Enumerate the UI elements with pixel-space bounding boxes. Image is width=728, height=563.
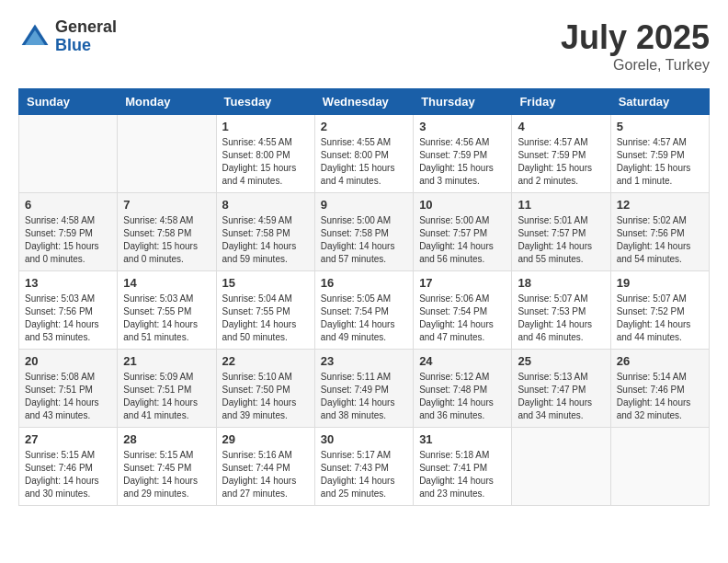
- day-info: Sunrise: 5:13 AM Sunset: 7:47 PM Dayligh…: [518, 371, 604, 422]
- calendar-cell: 26Sunrise: 5:14 AM Sunset: 7:46 PM Dayli…: [610, 350, 709, 428]
- day-number: 30: [321, 432, 407, 446]
- day-info: Sunrise: 5:05 AM Sunset: 7:54 PM Dayligh…: [321, 293, 407, 344]
- calendar-cell: 2Sunrise: 4:55 AM Sunset: 8:00 PM Daylig…: [314, 115, 413, 193]
- day-info: Sunrise: 5:01 AM Sunset: 7:57 PM Dayligh…: [518, 214, 604, 266]
- day-number: 3: [419, 120, 506, 133]
- calendar-cell: 30Sunrise: 5:17 AM Sunset: 7:43 PM Dayli…: [314, 428, 413, 506]
- page-header: General Blue July 2025 Gorele, Turkey: [18, 18, 710, 74]
- day-info: Sunrise: 5:03 AM Sunset: 7:55 PM Dayligh…: [123, 293, 210, 344]
- day-number: 28: [123, 432, 210, 446]
- day-info: Sunrise: 5:11 AM Sunset: 7:49 PM Dayligh…: [321, 371, 407, 422]
- calendar-cell: 13Sunrise: 5:03 AM Sunset: 7:56 PM Dayli…: [19, 271, 118, 350]
- day-number: 22: [222, 354, 309, 368]
- day-number: 12: [617, 198, 703, 212]
- day-info: Sunrise: 5:02 AM Sunset: 7:56 PM Dayligh…: [617, 214, 703, 266]
- calendar-cell: 7Sunrise: 4:58 AM Sunset: 7:58 PM Daylig…: [118, 193, 216, 271]
- day-info: Sunrise: 5:08 AM Sunset: 7:51 PM Dayligh…: [25, 371, 111, 422]
- calendar-week-row: 6Sunrise: 4:58 AM Sunset: 7:59 PM Daylig…: [19, 193, 710, 271]
- calendar-week-row: 27Sunrise: 5:15 AM Sunset: 7:46 PM Dayli…: [19, 428, 710, 506]
- day-info: Sunrise: 4:58 AM Sunset: 7:59 PM Dayligh…: [25, 214, 111, 266]
- day-info: Sunrise: 5:00 AM Sunset: 7:57 PM Dayligh…: [419, 214, 506, 266]
- day-number: 13: [25, 276, 111, 290]
- weekday-header-tuesday: Tuesday: [216, 89, 314, 115]
- weekday-header-wednesday: Wednesday: [314, 89, 413, 115]
- calendar-cell: 17Sunrise: 5:06 AM Sunset: 7:54 PM Dayli…: [414, 271, 512, 350]
- day-number: 11: [518, 198, 604, 212]
- day-info: Sunrise: 4:58 AM Sunset: 7:58 PM Dayligh…: [123, 214, 210, 266]
- calendar-cell: 1Sunrise: 4:55 AM Sunset: 8:00 PM Daylig…: [216, 115, 314, 193]
- day-info: Sunrise: 5:16 AM Sunset: 7:44 PM Dayligh…: [222, 449, 309, 500]
- day-number: 19: [617, 276, 703, 290]
- day-info: Sunrise: 5:06 AM Sunset: 7:54 PM Dayligh…: [419, 293, 506, 344]
- day-number: 27: [25, 432, 111, 446]
- day-info: Sunrise: 5:04 AM Sunset: 7:55 PM Dayligh…: [222, 293, 309, 344]
- calendar-cell: 14Sunrise: 5:03 AM Sunset: 7:55 PM Dayli…: [118, 271, 216, 350]
- weekday-header-monday: Monday: [118, 89, 216, 115]
- day-info: Sunrise: 5:07 AM Sunset: 7:53 PM Dayligh…: [518, 293, 604, 344]
- day-number: 4: [518, 120, 604, 133]
- calendar-week-row: 1Sunrise: 4:55 AM Sunset: 8:00 PM Daylig…: [19, 115, 710, 193]
- day-info: Sunrise: 4:57 AM Sunset: 7:59 PM Dayligh…: [518, 136, 604, 188]
- day-info: Sunrise: 5:09 AM Sunset: 7:51 PM Dayligh…: [123, 371, 210, 422]
- calendar-cell: 18Sunrise: 5:07 AM Sunset: 7:53 PM Dayli…: [512, 271, 610, 350]
- day-number: 6: [25, 198, 111, 212]
- calendar-cell: 29Sunrise: 5:16 AM Sunset: 7:44 PM Dayli…: [216, 428, 314, 506]
- calendar-cell: 11Sunrise: 5:01 AM Sunset: 7:57 PM Dayli…: [512, 193, 610, 271]
- calendar-cell: 12Sunrise: 5:02 AM Sunset: 7:56 PM Dayli…: [610, 193, 709, 271]
- calendar-cell: 28Sunrise: 5:15 AM Sunset: 7:45 PM Dayli…: [118, 428, 216, 506]
- calendar-cell: 6Sunrise: 4:58 AM Sunset: 7:59 PM Daylig…: [19, 193, 118, 271]
- day-number: 18: [518, 276, 604, 290]
- calendar-cell: 19Sunrise: 5:07 AM Sunset: 7:52 PM Dayli…: [610, 271, 709, 350]
- calendar-cell: [610, 428, 709, 506]
- day-number: 24: [419, 354, 506, 368]
- calendar-week-row: 13Sunrise: 5:03 AM Sunset: 7:56 PM Dayli…: [19, 271, 710, 350]
- weekday-header-saturday: Saturday: [610, 89, 709, 115]
- day-info: Sunrise: 4:57 AM Sunset: 7:59 PM Dayligh…: [617, 136, 703, 188]
- calendar-cell: 23Sunrise: 5:11 AM Sunset: 7:49 PM Dayli…: [314, 350, 413, 428]
- calendar-cell: 31Sunrise: 5:18 AM Sunset: 7:41 PM Dayli…: [414, 428, 512, 506]
- day-number: 26: [617, 354, 703, 368]
- calendar-week-row: 20Sunrise: 5:08 AM Sunset: 7:51 PM Dayli…: [19, 350, 710, 428]
- calendar-cell: 10Sunrise: 5:00 AM Sunset: 7:57 PM Dayli…: [414, 193, 512, 271]
- logo: General Blue: [18, 18, 117, 55]
- day-info: Sunrise: 5:07 AM Sunset: 7:52 PM Dayligh…: [617, 293, 703, 344]
- day-info: Sunrise: 5:03 AM Sunset: 7:56 PM Dayligh…: [25, 293, 111, 344]
- weekday-header-sunday: Sunday: [19, 89, 118, 115]
- calendar-cell: [19, 115, 118, 193]
- weekday-header-friday: Friday: [512, 89, 610, 115]
- day-info: Sunrise: 5:17 AM Sunset: 7:43 PM Dayligh…: [321, 449, 407, 500]
- calendar-cell: 27Sunrise: 5:15 AM Sunset: 7:46 PM Dayli…: [19, 428, 118, 506]
- calendar-cell: 3Sunrise: 4:56 AM Sunset: 7:59 PM Daylig…: [414, 115, 512, 193]
- calendar-cell: [512, 428, 610, 506]
- title-block: July 2025 Gorele, Turkey: [561, 18, 710, 74]
- day-number: 5: [617, 120, 703, 133]
- location: Gorele, Turkey: [561, 57, 710, 74]
- calendar-cell: 24Sunrise: 5:12 AM Sunset: 7:48 PM Dayli…: [414, 350, 512, 428]
- day-number: 7: [123, 198, 210, 212]
- calendar-table: SundayMondayTuesdayWednesdayThursdayFrid…: [18, 88, 710, 506]
- calendar-cell: 9Sunrise: 5:00 AM Sunset: 7:58 PM Daylig…: [314, 193, 413, 271]
- day-number: 8: [222, 198, 309, 212]
- day-number: 9: [321, 198, 407, 212]
- day-number: 15: [222, 276, 309, 290]
- day-info: Sunrise: 5:10 AM Sunset: 7:50 PM Dayligh…: [222, 371, 309, 422]
- day-number: 16: [321, 276, 407, 290]
- day-number: 1: [222, 120, 309, 133]
- day-number: 14: [123, 276, 210, 290]
- logo-general-text: General: [55, 18, 117, 37]
- day-number: 31: [419, 432, 506, 446]
- day-info: Sunrise: 4:56 AM Sunset: 7:59 PM Dayligh…: [419, 136, 506, 188]
- calendar-cell: 22Sunrise: 5:10 AM Sunset: 7:50 PM Dayli…: [216, 350, 314, 428]
- day-number: 21: [123, 354, 210, 368]
- day-info: Sunrise: 5:18 AM Sunset: 7:41 PM Dayligh…: [419, 449, 506, 500]
- day-info: Sunrise: 4:55 AM Sunset: 8:00 PM Dayligh…: [222, 136, 309, 188]
- day-number: 23: [321, 354, 407, 368]
- day-number: 25: [518, 354, 604, 368]
- calendar-cell: 4Sunrise: 4:57 AM Sunset: 7:59 PM Daylig…: [512, 115, 610, 193]
- calendar-cell: 25Sunrise: 5:13 AM Sunset: 7:47 PM Dayli…: [512, 350, 610, 428]
- day-number: 17: [419, 276, 506, 290]
- day-number: 10: [419, 198, 506, 212]
- day-number: 2: [321, 120, 407, 133]
- weekday-header-row: SundayMondayTuesdayWednesdayThursdayFrid…: [19, 89, 710, 115]
- day-info: Sunrise: 4:55 AM Sunset: 8:00 PM Dayligh…: [321, 136, 407, 188]
